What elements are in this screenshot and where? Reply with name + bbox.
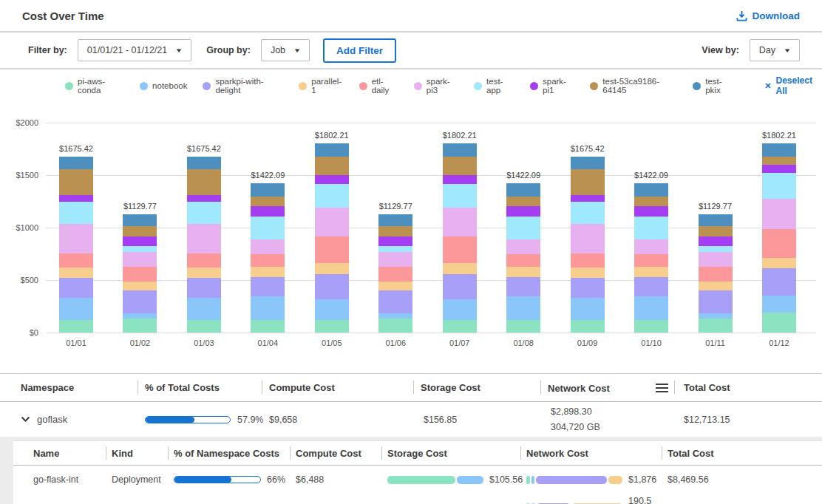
bar-segment-parallel-1[interactable] bbox=[699, 282, 733, 290]
bar-segment-spark-pi1[interactable] bbox=[506, 206, 540, 217]
bar-segment-spark-pi1[interactable] bbox=[315, 175, 349, 184]
bar-segment-test-53ca9186-64145[interactable] bbox=[251, 197, 285, 206]
bar-segment-parallel-1[interactable] bbox=[443, 263, 477, 273]
table-row-go-flask-int[interactable]: go-flask-int Deployment 66% $6,488 $105.… bbox=[13, 466, 822, 504]
bar-segment-sparkpi-with-delight[interactable] bbox=[571, 278, 605, 299]
view-by-dropdown[interactable]: Day ▼ bbox=[750, 39, 800, 61]
stacked-bar-01/09[interactable] bbox=[571, 157, 605, 333]
bar-segment-spark-pi1[interactable] bbox=[762, 165, 796, 173]
bar-segment-notebook[interactable] bbox=[378, 313, 412, 319]
stacked-bar-01/02[interactable] bbox=[123, 214, 157, 333]
column-header-namespace[interactable]: Namespace bbox=[0, 374, 137, 401]
bar-segment-spark-pi3[interactable] bbox=[762, 199, 796, 229]
legend-item-pi-aws-conda[interactable]: pi-aws-conda bbox=[65, 77, 124, 95]
stacked-bar-01/05[interactable] bbox=[315, 143, 349, 333]
bar-segment-test-53ca9186-64145[interactable] bbox=[187, 169, 221, 195]
bar-segment-sparkpi-with-delight[interactable] bbox=[762, 268, 796, 296]
bar-segment-test-53ca9186-64145[interactable] bbox=[634, 197, 668, 206]
stacked-bar-01/11[interactable] bbox=[699, 214, 733, 333]
bar-segment-spark-pi3[interactable] bbox=[634, 239, 668, 254]
bar-segment-pi-aws-conda[interactable] bbox=[506, 320, 540, 333]
bar-segment-spark-pi3[interactable] bbox=[506, 239, 540, 254]
stacked-bar-01/07[interactable] bbox=[443, 143, 477, 333]
bar-segment-etl-daily[interactable] bbox=[251, 254, 285, 267]
bar-segment-parallel-1[interactable] bbox=[187, 268, 221, 278]
bar-segment-notebook[interactable] bbox=[762, 296, 796, 313]
bar-segment-test-app[interactable] bbox=[443, 184, 477, 208]
bar-segment-etl-daily[interactable] bbox=[378, 267, 412, 282]
bar-segment-pi-aws-conda[interactable] bbox=[59, 320, 93, 333]
bar-segment-test-pkix[interactable] bbox=[378, 214, 412, 226]
column-header-compute[interactable]: Compute Cost bbox=[290, 441, 381, 465]
bar-segment-test-app[interactable] bbox=[59, 202, 93, 224]
bar-segment-test-app[interactable] bbox=[123, 246, 157, 252]
chevron-down-icon[interactable] bbox=[21, 416, 30, 423]
bar-segment-spark-pi1[interactable] bbox=[251, 206, 285, 217]
bar-segment-spark-pi1[interactable] bbox=[378, 236, 412, 245]
bar-segment-pi-aws-conda[interactable] bbox=[571, 320, 605, 333]
bar-segment-sparkpi-with-delight[interactable] bbox=[187, 278, 221, 299]
bar-segment-notebook[interactable] bbox=[187, 298, 221, 319]
bar-segment-spark-pi3[interactable] bbox=[187, 224, 221, 253]
bar-segment-spark-pi3[interactable] bbox=[251, 239, 285, 254]
bar-segment-test-53ca9186-64145[interactable] bbox=[506, 197, 540, 206]
bar-segment-etl-daily[interactable] bbox=[506, 254, 540, 267]
bar-segment-test-53ca9186-64145[interactable] bbox=[699, 226, 733, 236]
bar-segment-pi-aws-conda[interactable] bbox=[251, 320, 285, 333]
bar-segment-etl-daily[interactable] bbox=[59, 253, 93, 267]
bar-segment-test-pkix[interactable] bbox=[571, 157, 605, 169]
bar-segment-spark-pi3[interactable] bbox=[123, 252, 157, 267]
bar-segment-test-53ca9186-64145[interactable] bbox=[762, 157, 796, 165]
bar-segment-parallel-1[interactable] bbox=[378, 282, 412, 290]
bar-segment-etl-daily[interactable] bbox=[315, 236, 349, 264]
column-header-total[interactable]: Total Cost bbox=[674, 374, 822, 401]
bar-segment-pi-aws-conda[interactable] bbox=[378, 319, 412, 333]
legend-item-test-app[interactable]: test-app bbox=[474, 77, 514, 95]
bar-segment-notebook[interactable] bbox=[443, 299, 477, 320]
download-button[interactable]: Download bbox=[736, 10, 801, 21]
bar-segment-test-53ca9186-64145[interactable] bbox=[59, 169, 93, 195]
bar-segment-etl-daily[interactable] bbox=[571, 253, 605, 267]
bar-segment-etl-daily[interactable] bbox=[123, 267, 157, 282]
bar-segment-parallel-1[interactable] bbox=[59, 268, 93, 278]
legend-item-test-pkix[interactable]: test-pkix bbox=[693, 77, 734, 95]
bar-segment-pi-aws-conda[interactable] bbox=[699, 319, 733, 333]
bar-segment-notebook[interactable] bbox=[699, 313, 733, 319]
bar-segment-sparkpi-with-delight[interactable] bbox=[315, 274, 349, 299]
bar-segment-sparkpi-with-delight[interactable] bbox=[443, 274, 477, 299]
column-header-storage[interactable]: Storage Cost bbox=[413, 374, 540, 401]
bar-segment-etl-daily[interactable] bbox=[699, 267, 733, 282]
bar-segment-test-app[interactable] bbox=[699, 246, 733, 252]
column-header-pct-total[interactable]: % of Total Costs bbox=[137, 374, 262, 401]
column-header-name[interactable]: Name bbox=[13, 441, 106, 465]
bar-segment-test-pkix[interactable] bbox=[251, 183, 285, 197]
bar-segment-spark-pi1[interactable] bbox=[443, 175, 477, 184]
legend-item-spark-pi1[interactable]: spark-pi1 bbox=[530, 77, 574, 95]
legend-item-sparkpi-with-delight[interactable]: sparkpi-with-delight bbox=[203, 77, 283, 95]
bar-segment-pi-aws-conda[interactable] bbox=[123, 319, 157, 333]
bar-segment-spark-pi1[interactable] bbox=[571, 195, 605, 202]
bar-segment-test-pkix[interactable] bbox=[506, 183, 540, 197]
column-settings-icon[interactable] bbox=[656, 382, 668, 394]
bar-segment-spark-pi3[interactable] bbox=[571, 224, 605, 253]
bar-segment-notebook[interactable] bbox=[251, 296, 285, 319]
bar-segment-pi-aws-conda[interactable] bbox=[443, 320, 477, 333]
bar-segment-test-app[interactable] bbox=[378, 246, 412, 252]
add-filter-button[interactable]: Add Filter bbox=[323, 38, 396, 63]
column-header-storage[interactable]: Storage Cost bbox=[381, 441, 520, 465]
bar-segment-test-app[interactable] bbox=[315, 184, 349, 208]
bar-segment-parallel-1[interactable] bbox=[571, 268, 605, 278]
bar-segment-pi-aws-conda[interactable] bbox=[187, 320, 221, 333]
bar-segment-test-pkix[interactable] bbox=[315, 143, 349, 157]
legend-item-test-53ca9186-64145[interactable]: test-53ca9186-64145 bbox=[590, 77, 677, 95]
bar-segment-etl-daily[interactable] bbox=[762, 229, 796, 258]
bar-segment-pi-aws-conda[interactable] bbox=[315, 320, 349, 333]
bar-segment-spark-pi1[interactable] bbox=[699, 236, 733, 245]
bar-segment-sparkpi-with-delight[interactable] bbox=[251, 277, 285, 296]
bar-segment-test-app[interactable] bbox=[506, 217, 540, 239]
date-range-dropdown[interactable]: 01/01/21 - 01/12/21 ▼ bbox=[78, 39, 191, 61]
bar-segment-notebook[interactable] bbox=[123, 313, 157, 319]
bar-segment-test-53ca9186-64145[interactable] bbox=[571, 169, 605, 195]
bar-segment-spark-pi1[interactable] bbox=[59, 195, 93, 202]
bar-segment-pi-aws-conda[interactable] bbox=[762, 313, 796, 333]
